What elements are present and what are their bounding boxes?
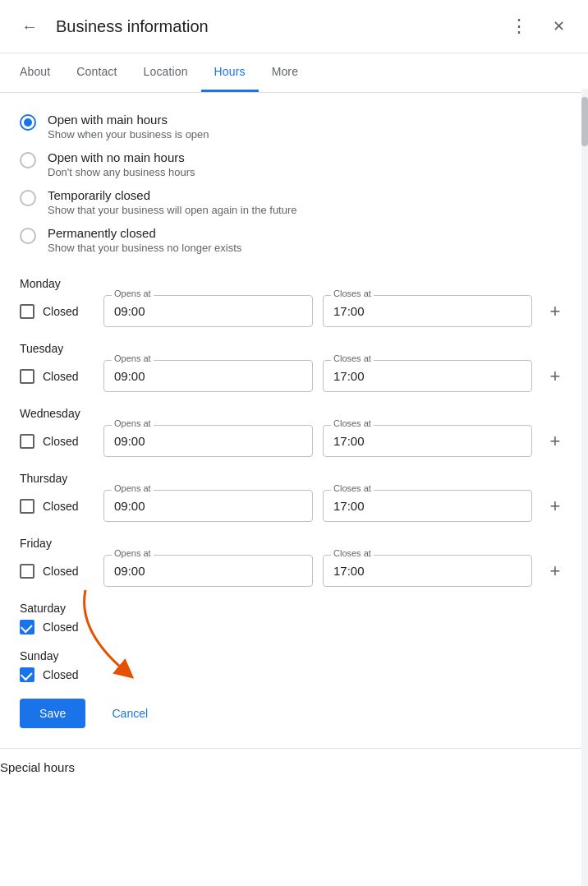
opens-at-label-friday: Opens at xyxy=(112,548,154,558)
day-section-friday: FridayClosedOpens atCloses at+ xyxy=(20,537,568,587)
opens-at-label-wednesday: Opens at xyxy=(112,418,154,428)
closes-at-label-tuesday: Closes at xyxy=(331,353,374,363)
closed-label-sunday: Closed xyxy=(43,668,79,681)
opens-at-label-monday: Opens at xyxy=(112,288,154,298)
add-hours-button-tuesday[interactable]: + xyxy=(542,363,568,390)
close-button[interactable]: ✕ xyxy=(545,13,572,39)
closed-label-wednesday: Closed xyxy=(43,435,79,448)
closed-label-monday: Closed xyxy=(43,305,79,318)
checkbox-tuesday[interactable] xyxy=(20,369,34,384)
tab-location[interactable]: Location xyxy=(131,53,201,92)
closed-label-tuesday: Closed xyxy=(43,370,79,383)
radio-option-main-hours[interactable]: Open with main hours Show when your busi… xyxy=(20,113,568,141)
tab-hours[interactable]: Hours xyxy=(201,53,259,92)
closes-at-label-friday: Closes at xyxy=(331,548,374,558)
add-hours-button-wednesday[interactable]: + xyxy=(542,428,568,455)
closes-at-input-tuesday[interactable] xyxy=(323,360,532,392)
header: ← Business information ⋮ ✕ xyxy=(0,0,588,53)
checkbox-monday[interactable] xyxy=(20,304,34,319)
radio-main-hours-sublabel: Show when your business is open xyxy=(48,128,209,141)
back-button[interactable]: ← xyxy=(16,13,43,39)
hours-type-radio-group: Open with main hours Show when your busi… xyxy=(20,113,568,254)
opens-at-label-thursday: Opens at xyxy=(112,483,154,493)
closes-at-label-wednesday: Closes at xyxy=(331,418,374,428)
closed-label-friday: Closed xyxy=(43,565,79,578)
checkbox-sunday[interactable] xyxy=(20,667,34,682)
closes-at-input-wednesday[interactable] xyxy=(323,425,532,457)
day-label-monday: Monday xyxy=(20,277,568,290)
special-hours-label: Special hours xyxy=(0,760,588,781)
closes-at-label-thursday: Closes at xyxy=(331,483,374,493)
day-section-wednesday: WednesdayClosedOpens atCloses at+ xyxy=(20,407,568,457)
opens-at-input-tuesday[interactable] xyxy=(103,360,313,392)
closed-label-thursday: Closed xyxy=(43,500,79,513)
closes-at-input-monday[interactable] xyxy=(323,295,532,327)
opens-at-input-thursday[interactable] xyxy=(103,490,313,522)
closes-at-input-friday[interactable] xyxy=(323,555,532,587)
day-label-sunday: Sunday xyxy=(20,649,568,662)
day-row-tuesday: ClosedOpens atCloses at+ xyxy=(20,360,568,392)
checkbox-friday[interactable] xyxy=(20,564,34,579)
tab-about[interactable]: About xyxy=(7,53,63,92)
opens-at-label-tuesday: Opens at xyxy=(112,353,154,363)
radio-temp-closed-sublabel: Show that your business will open again … xyxy=(48,204,297,216)
radio-main-hours-indicator[interactable] xyxy=(20,114,36,131)
opens-at-input-friday[interactable] xyxy=(103,555,313,587)
day-label-saturday: Saturday xyxy=(20,602,568,615)
radio-no-hours-sublabel: Don't show any business hours xyxy=(48,166,195,178)
more-menu-button[interactable]: ⋮ xyxy=(506,13,532,39)
day-row-friday: ClosedOpens atCloses at+ xyxy=(20,555,568,587)
radio-option-perm-closed[interactable]: Permanently closed Show that your busine… xyxy=(20,226,568,254)
save-button[interactable]: Save xyxy=(20,699,85,728)
closes-at-label-monday: Closes at xyxy=(331,288,374,298)
checkbox-thursday[interactable] xyxy=(20,499,34,514)
day-row-sunday: Closed xyxy=(20,667,568,682)
radio-temp-closed-indicator[interactable] xyxy=(20,190,36,206)
radio-main-hours-label: Open with main hours xyxy=(48,113,209,127)
opens-at-input-wednesday[interactable] xyxy=(103,425,313,457)
radio-perm-closed-sublabel: Show that your business no longer exists xyxy=(48,242,241,254)
tab-contact[interactable]: Contact xyxy=(63,53,130,92)
scrollbar-thumb[interactable] xyxy=(581,97,588,146)
radio-perm-closed-label: Permanently closed xyxy=(48,226,241,240)
business-info-panel: ← Business information ⋮ ✕ About Contact… xyxy=(0,0,588,886)
opens-at-input-monday[interactable] xyxy=(103,295,313,327)
scrollbar-track[interactable] xyxy=(581,89,588,886)
day-section-thursday: ThursdayClosedOpens atCloses at+ xyxy=(20,472,568,522)
day-section-sunday: SundayClosed xyxy=(20,649,568,682)
day-label-thursday: Thursday xyxy=(20,472,568,485)
checkbox-saturday[interactable] xyxy=(20,620,34,635)
day-row-monday: ClosedOpens atCloses at+ xyxy=(20,295,568,327)
day-row-thursday: ClosedOpens atCloses at+ xyxy=(20,490,568,522)
day-label-wednesday: Wednesday xyxy=(20,407,568,420)
day-label-tuesday: Tuesday xyxy=(20,342,568,355)
day-section-tuesday: TuesdayClosedOpens atCloses at+ xyxy=(20,342,568,392)
action-row: Save Cancel xyxy=(20,699,568,728)
radio-no-hours-label: Open with no main hours xyxy=(48,150,195,164)
tab-bar: About Contact Location Hours More xyxy=(0,53,588,93)
closes-at-input-thursday[interactable] xyxy=(323,490,532,522)
radio-perm-closed-indicator[interactable] xyxy=(20,228,36,244)
day-label-friday: Friday xyxy=(20,537,568,550)
radio-option-temp-closed[interactable]: Temporarily closed Show that your busine… xyxy=(20,188,568,216)
days-schedule: MondayClosedOpens atCloses at+TuesdayClo… xyxy=(20,277,568,682)
add-hours-button-monday[interactable]: + xyxy=(542,298,568,325)
checkbox-wednesday[interactable] xyxy=(20,434,34,449)
radio-temp-closed-label: Temporarily closed xyxy=(48,188,297,202)
tab-more[interactable]: More xyxy=(259,53,311,92)
day-row-wednesday: ClosedOpens atCloses at+ xyxy=(20,425,568,457)
add-hours-button-thursday[interactable]: + xyxy=(542,493,568,519)
radio-option-no-hours[interactable]: Open with no main hours Don't show any b… xyxy=(20,150,568,178)
add-hours-button-friday[interactable]: + xyxy=(542,558,568,584)
day-section-saturday: SaturdayClosed xyxy=(20,602,568,635)
content-area: Open with main hours Show when your busi… xyxy=(0,93,588,886)
day-row-saturday: Closed xyxy=(20,620,568,635)
radio-no-hours-indicator[interactable] xyxy=(20,152,36,168)
panel-title: Business information xyxy=(56,17,493,36)
closed-label-saturday: Closed xyxy=(43,621,79,634)
day-section-monday: MondayClosedOpens atCloses at+ xyxy=(20,277,568,327)
cancel-button[interactable]: Cancel xyxy=(95,699,164,728)
